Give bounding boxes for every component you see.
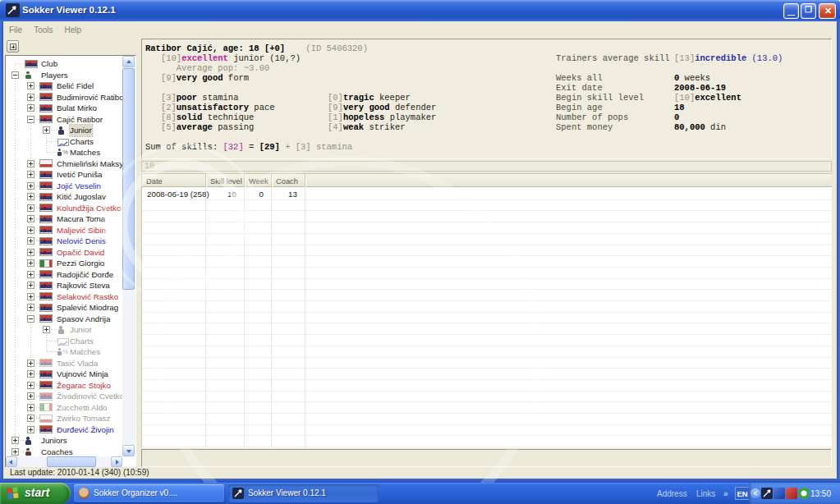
expand-icon[interactable] [27, 282, 34, 289]
tree-item-macura-toma[interactable]: Macura Toma [6, 213, 122, 225]
menu-tools[interactable]: Tools [28, 23, 58, 34]
tree-item-tasi-vlada[interactable]: Tasić Vlada [6, 358, 122, 369]
tree-item-nelovi-denis[interactable]: Nelović Denis [6, 236, 122, 247]
tree-item--ur-evi-ivojin[interactable]: Đurđević Živojin [6, 424, 122, 436]
scroll-right-button[interactable] [111, 456, 122, 467]
sokker-tray-icon[interactable] [761, 488, 773, 499]
expand-icon[interactable] [27, 193, 34, 200]
language-indicator[interactable]: EN [735, 487, 750, 500]
expand-icon[interactable] [27, 204, 34, 212]
tree-item-spalevi-miodrag[interactable]: Spalević Miodrag [6, 302, 122, 314]
expand-icon[interactable] [27, 259, 34, 267]
collapse-icon[interactable] [11, 71, 19, 79]
minimize-button[interactable]: — [783, 3, 799, 19]
expand-icon[interactable] [27, 271, 34, 278]
tree-item-charts[interactable]: Charts [6, 136, 122, 148]
tree-item-beli-fidel[interactable]: Belić Fidel [6, 80, 122, 92]
expand-icon[interactable] [27, 415, 34, 422]
collapse-icon[interactable] [27, 116, 34, 123]
expand-icon[interactable] [27, 360, 34, 367]
links-toolbar[interactable]: Links [696, 489, 715, 498]
task-button-2[interactable]: Sokker Viewer 0.12.1 [228, 484, 379, 502]
column-header-date[interactable]: Date [142, 174, 206, 187]
tree-item--egarac-stojko[interactable]: Žegarac Stojko [6, 380, 122, 392]
tree-item-zwirko-tomasz[interactable]: Zwirko Tomasz [6, 413, 122, 424]
tree-item-matches[interactable]: %Matches [6, 147, 122, 158]
blue-app-icon[interactable] [773, 488, 785, 499]
tree-item-kolund-ija-cvetko[interactable]: Kolundžija Cvetko [6, 203, 122, 214]
tree-item-players[interactable]: Players [6, 70, 122, 81]
expand-icon[interactable] [27, 293, 34, 300]
tree-item-joji-veselin[interactable]: Jojić Veselin [6, 181, 122, 192]
tree-item-bulat-mirko[interactable]: Bulat Mirko [6, 103, 122, 114]
green-disc-icon[interactable] [798, 488, 810, 499]
expand-icon[interactable] [27, 94, 34, 101]
collapse-icon[interactable] [27, 315, 34, 323]
menu-file[interactable]: File [3, 23, 28, 34]
tree-item--ivadinovi-cvetko[interactable]: Živadinović Cvetko [6, 391, 122, 402]
red-app-icon[interactable] [786, 488, 797, 499]
expand-icon[interactable] [27, 404, 34, 411]
tree-item-club[interactable]: Club [6, 58, 122, 70]
toolbar-chevron-icon[interactable]: » [723, 489, 728, 498]
maximize-button[interactable]: ❐ [801, 3, 816, 19]
tree-item-opa-i-david[interactable]: Opačić David [6, 247, 122, 259]
start-button[interactable]: start [0, 483, 71, 504]
tree-item-coaches[interactable]: Coaches [6, 447, 122, 458]
tree-horizontal-scrollbar[interactable] [6, 456, 122, 468]
expand-icon[interactable] [27, 382, 34, 389]
expand-icon[interactable] [27, 304, 34, 311]
expand-all-button[interactable] [7, 40, 19, 53]
tree-item-caji-ratibor[interactable]: Cajić Ratibor [6, 114, 122, 126]
scroll-up-button[interactable] [122, 56, 135, 67]
scroll-down-button[interactable] [122, 445, 135, 456]
tree-item-juniors[interactable]: Juniors [6, 435, 122, 447]
tree-item-junior[interactable]: Junior [6, 324, 122, 336]
tree-item-pezzi-giorgio[interactable]: Pezzi Giorgio [6, 258, 122, 269]
expand-icon[interactable] [27, 392, 34, 400]
task-button-1[interactable]: Sokker Organizer v0.... [74, 484, 224, 502]
tree-item-maljevi-sibin[interactable]: Maljević Sibin [6, 225, 122, 236]
menu-help[interactable]: Help [58, 23, 87, 34]
table-row[interactable]: 2008-06-19 (258)10013 [142, 188, 832, 199]
tree-item-junior[interactable]: Junior [6, 125, 122, 136]
skill-filter-field[interactable]: 10 [141, 161, 832, 172]
column-header-skill-level[interactable]: Skill level [206, 174, 245, 187]
expand-icon[interactable] [11, 437, 19, 444]
tree-item-zucchetti-aldo[interactable]: Zucchetti Aldo [6, 402, 122, 414]
expand-icon[interactable] [27, 182, 34, 190]
tree-item-spasov-andrija[interactable]: Spasov Andrija [6, 314, 122, 325]
tree-item-rajkovi-steva[interactable]: Rajković Steva [6, 280, 122, 291]
expand-icon[interactable] [27, 82, 34, 89]
expand-icon[interactable] [27, 227, 34, 234]
column-header-week[interactable]: Week [245, 174, 272, 187]
tree-item-budimirovi-ratibor[interactable]: Budimirović Ratibor [6, 92, 122, 103]
tree-item-charts[interactable]: Charts [6, 336, 122, 347]
expand-icon[interactable] [27, 160, 34, 167]
tree-item-radoji-i-or-e[interactable]: Radojičić Đorđe [6, 269, 122, 281]
scroll-left-button[interactable] [6, 456, 17, 467]
expand-icon[interactable] [43, 126, 50, 134]
expand-icon[interactable] [27, 171, 34, 178]
column-header-coach[interactable]: Coach [272, 174, 305, 187]
address-toolbar[interactable]: Address [657, 489, 687, 498]
expand-icon[interactable] [11, 448, 19, 456]
tree-item-chmieli-ski-maksymili[interactable]: Chmieliński Maksymili [6, 158, 122, 170]
tree-item-kiti-jugoslav[interactable]: Kitić Jugoslav [6, 191, 122, 203]
close-button[interactable]: ✕ [819, 3, 836, 19]
title-bar[interactable]: Sokker Viewer 0.12.1 — ❐ ✕ [0, 0, 840, 21]
expand-icon[interactable] [27, 237, 34, 245]
vertical-scroll-thumb[interactable] [122, 68, 135, 290]
expand-icon[interactable] [27, 370, 34, 378]
tree-item-vujnovi-minja[interactable]: Vujnović Minja [6, 369, 122, 380]
tree-item-iveti-puni-a[interactable]: Ivetić Puniša [6, 169, 122, 181]
tray-chevron-icon[interactable]: < [750, 488, 760, 498]
tree-vertical-scrollbar[interactable] [122, 56, 135, 457]
expand-icon[interactable] [27, 249, 34, 256]
expand-icon[interactable] [27, 215, 34, 222]
expand-icon[interactable] [43, 326, 50, 333]
tree-item-matches[interactable]: %Matches [6, 346, 122, 358]
tree-item-selakovi-rastko[interactable]: Selaković Rastko [6, 291, 122, 303]
expand-icon[interactable] [27, 426, 34, 433]
expand-icon[interactable] [27, 104, 34, 112]
